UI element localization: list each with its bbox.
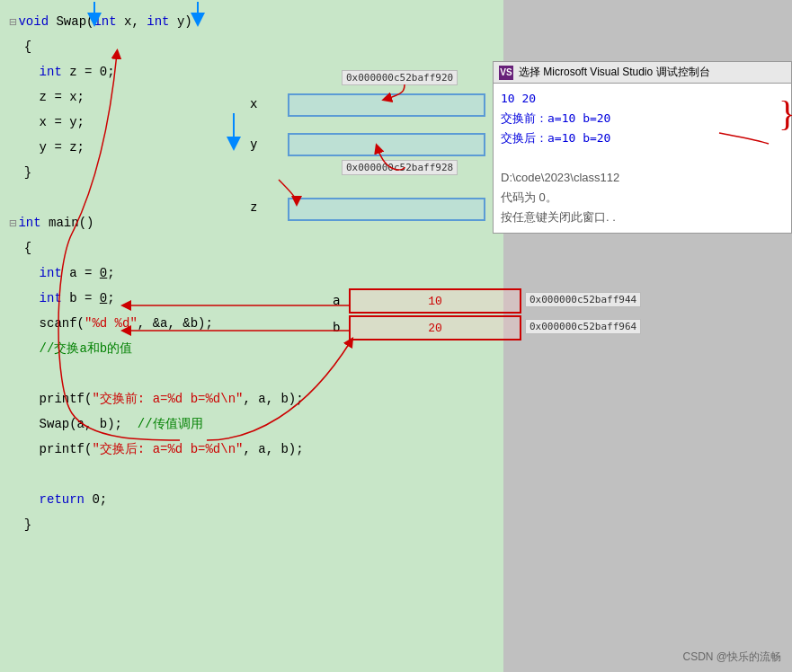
console-line-3: 交换后：a=10 b=20 [501,128,784,148]
code-line-21: } [0,512,503,537]
addr-y-label: 0x000000c52baff928 [342,160,458,175]
watch-a-value: 10 [428,295,442,308]
code-line-20: return 0; [0,487,503,512]
watch-z-box [288,198,485,221]
addr-x-top: 0x000000c52baff920 [342,70,458,85]
code-line-17: Swap(a, b); //传值调用 [0,411,503,437]
watch-x-box [288,93,485,117]
code-line-15 [0,361,503,386]
code-line-19 [0,462,503,487]
code-line-1: ⊟ void Swap(int x, int y) [0,9,503,34]
code-line-2: { [0,34,503,59]
watch-b-box: 20 [349,315,521,340]
vs-icon: VS [499,66,513,80]
var-a-label: a [333,293,340,307]
var-y-label: y [250,137,257,151]
watch-a-box: 10 [349,288,521,314]
console-line-7: 按任意键关闭此窗口. . [501,208,784,227]
watermark: CSDN @快乐的流畅 [682,650,781,665]
var-z-label: z [250,199,257,214]
console-panel: VS 选择 Microsoft Visual Studio 调试控制台 10 2… [493,61,792,234]
watch-y-box [288,133,485,156]
console-line-2: 交换前：a=10 b=20 [501,109,784,128]
code-line-10: { [0,235,503,261]
addr-b-label: 0x000000c52baff964 [525,319,641,334]
console-body: 10 20 交换前：a=10 b=20 交换后：a=10 b=20 D:\cod… [494,84,791,233]
console-title: 选择 Microsoft Visual Studio 调试控制台 [519,65,710,80]
code-line-11: int a = 0; [0,261,503,286]
console-line-1: 10 20 [501,89,784,109]
console-line-6: 代码为 0。 [501,188,784,208]
console-line-5: D:\code\2023\class112 [501,168,784,188]
console-title-bar: VS 选择 Microsoft Visual Studio 调试控制台 [494,62,791,84]
var-b-label: b [333,320,340,334]
code-line-18: printf("交换后: a=%d b=%d\n", a, b); [0,437,503,462]
addr-a-label: 0x000000c52baff944 [525,292,641,307]
var-x-label: x [250,96,257,111]
code-line-16: printf("交换前: a=%d b=%d\n", a, b); [0,386,503,411]
console-line-4 [501,148,784,168]
watch-b-value: 20 [428,322,442,335]
